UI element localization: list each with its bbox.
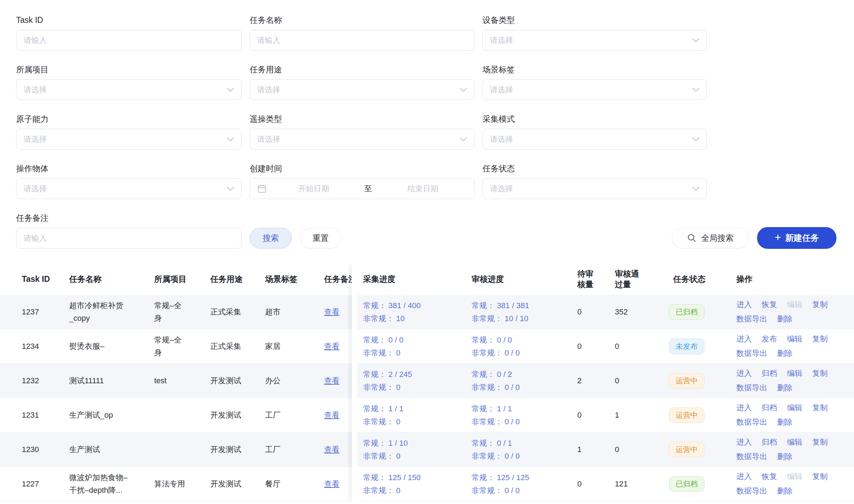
status-cell: 运营中 [669,373,736,389]
scene-tag-cell: 超市 [265,307,324,317]
op-edit-link[interactable]: 编辑 [787,436,802,449]
op-publish-link[interactable]: 发布 [762,332,777,346]
filter-label: 任务用途 [250,64,474,75]
filter-field-task-id: Task ID [16,15,242,51]
task-name-cell: 测试11111 [69,374,154,387]
pending-count-cell: 0 [574,479,615,489]
collect-normal: 常规： 1 / 10 [363,437,467,450]
op-enter-link[interactable]: 进入 [736,436,752,449]
collect-mode-select[interactable]: 请选择 [482,129,707,150]
task-status-select[interactable]: 请选择 [482,178,707,199]
op-export-link[interactable]: 数据导出 [736,416,767,429]
chevron-down-icon [227,88,234,92]
op-copy-link[interactable]: 复制 [812,401,828,415]
filter-field-teleop-type: 遥操类型 请选择 [250,114,474,150]
op-copy-link[interactable]: 复制 [812,367,828,380]
scene-tag-cell: 办公 [265,376,324,386]
op-archive-link[interactable]: 归档 [762,436,777,449]
task-id-input[interactable] [16,30,242,51]
op-enter-link[interactable]: 进入 [736,332,752,346]
op-delete-link[interactable]: 删除 [777,416,793,429]
search-button[interactable]: 搜索 [250,228,292,248]
task-name-text: 生产测试_op [69,409,132,422]
table-toolbar: 全局搜索 + 新建任务 [672,227,836,249]
purpose-select[interactable]: 请选择 [250,79,474,100]
filter-label: 任务名称 [250,15,474,25]
passed-count-cell: 0 [615,342,669,351]
task-id-cell: 1230 [22,445,69,454]
task-name-cell: 微波炉加热食物–干扰–depth降... [69,471,154,497]
review-abnormal: 非常规： 10 / 10 [472,312,574,325]
global-search-label: 全局搜索 [701,233,734,244]
table-row: 1227 微波炉加热食物–干扰–depth降... 算法专用 开发测试 餐厅 查… [0,467,854,501]
op-enter-link[interactable]: 进入 [736,367,752,380]
op-enter-link[interactable]: 进入 [736,401,752,415]
op-delete-link[interactable]: 删除 [777,312,793,326]
teleop-type-select[interactable]: 请选择 [250,129,474,150]
op-export-link[interactable]: 数据导出 [736,347,767,360]
task-remark-input[interactable] [16,228,242,248]
task-name-cell: 生产测试 [69,443,154,456]
review-abnormal: 非常规： 0 / 0 [472,346,574,359]
header-pending-count: 待审核量 [574,268,615,290]
op-restore-link[interactable]: 恢复 [762,298,777,311]
view-remark-link[interactable]: 查看 [324,479,340,488]
calendar-icon [257,184,267,194]
operate-object-select[interactable]: 请选择 [16,178,242,199]
fixed-column-shadow [352,263,357,501]
select-placeholder: 请选择 [24,134,47,145]
op-copy-link[interactable]: 复制 [812,298,828,311]
view-remark-link[interactable]: 查看 [324,445,340,454]
review-abnormal: 非常规： 0 / 0 [472,450,574,463]
op-archive-link[interactable]: 归档 [762,367,777,380]
op-export-link[interactable]: 数据导出 [736,381,767,394]
op-edit-link[interactable]: 编辑 [787,367,802,380]
header-review-progress: 审核进度 [467,274,574,285]
op-edit-link[interactable]: 编辑 [787,401,802,415]
task-name-input[interactable] [250,30,474,51]
review-abnormal: 非常规： 0 / 0 [472,381,574,394]
filter-field-atomic-ability: 原子能力 请选择 [16,114,242,150]
op-export-link[interactable]: 数据导出 [736,312,767,326]
header-operations: 操作 [736,274,854,285]
op-delete-link[interactable]: 删除 [777,381,793,394]
collect-abnormal: 非常规： 10 [363,312,467,325]
op-export-link[interactable]: 数据导出 [736,484,767,498]
collect-abnormal: 非常规： 0 [363,450,467,463]
op-export-link[interactable]: 数据导出 [736,450,767,463]
global-search-button[interactable]: 全局搜索 [672,228,749,248]
device-type-select[interactable]: 请选择 [482,30,707,51]
filter-label: 场景标签 [482,64,707,75]
op-copy-link[interactable]: 复制 [812,332,828,346]
filter-label: 创建时间 [250,163,474,174]
scene-tag-select[interactable]: 请选择 [482,79,707,100]
op-delete-link[interactable]: 删除 [777,450,793,463]
atomic-ability-select[interactable]: 请选择 [16,129,242,150]
op-enter-link[interactable]: 进入 [736,470,752,483]
op-copy-link[interactable]: 复制 [812,470,828,483]
op-enter-link[interactable]: 进入 [736,298,752,311]
op-edit-link[interactable]: 编辑 [787,470,802,483]
op-edit-link[interactable]: 编辑 [787,298,802,311]
view-remark-link[interactable]: 查看 [324,342,340,351]
view-remark-link[interactable]: 查看 [324,307,340,316]
filter-form: Task ID 任务名称 设备类型 请选择 所属项目 请选择 [0,0,723,248]
view-remark-link[interactable]: 查看 [324,376,340,385]
review-progress-cell: 常规： 0 / 1 非常规： 0 / 0 [467,437,574,463]
op-delete-link[interactable]: 删除 [777,347,793,360]
reset-button[interactable]: 重置 [300,228,341,248]
new-task-button[interactable]: + 新建任务 [757,227,836,249]
view-remark-link[interactable]: 查看 [324,411,340,419]
filter-label: 遥操类型 [250,114,474,124]
op-restore-link[interactable]: 恢复 [762,470,777,483]
collect-progress-cell: 常规： 381 / 400 非常规： 10 [358,299,467,325]
op-copy-link[interactable]: 复制 [812,436,828,449]
status-badge: 运营中 [669,407,704,423]
project-select[interactable]: 请选择 [16,79,242,100]
create-time-range-picker[interactable]: 开始日期 至 结束日期 [250,178,474,199]
op-edit-link[interactable]: 编辑 [787,332,802,346]
header-passed-text: 审核通过量 [615,268,641,290]
status-badge: 已归档 [669,304,704,320]
op-delete-link[interactable]: 删除 [777,484,793,498]
op-archive-link[interactable]: 归档 [762,401,777,415]
